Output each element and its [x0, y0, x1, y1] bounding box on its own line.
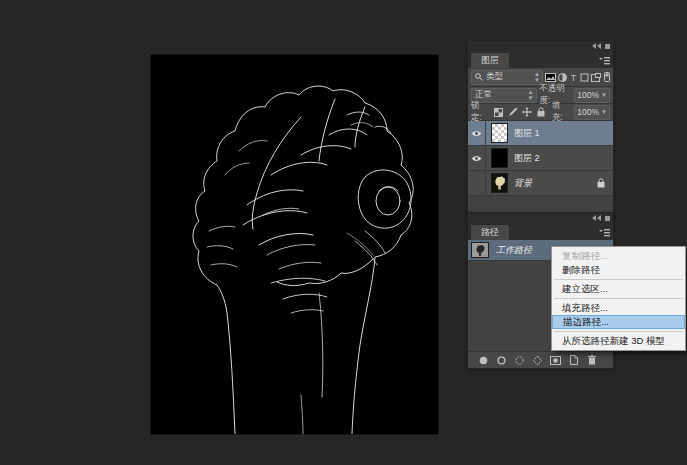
document-canvas[interactable] [151, 55, 438, 434]
filter-shape-layers-icon[interactable] [580, 71, 589, 84]
fill-label: 填充: [552, 100, 571, 124]
add-mask-icon[interactable] [550, 355, 561, 366]
opacity-value-box[interactable]: 100% ▼ [574, 88, 610, 103]
collapse-panels-icon[interactable] [592, 43, 601, 49]
lock-position-icon[interactable] [521, 106, 532, 118]
layer-row-1[interactable]: 图层 1 [468, 121, 613, 146]
lock-all-icon[interactable] [535, 106, 546, 118]
tab-layers[interactable]: 图层 [470, 52, 510, 68]
visibility-toggle[interactable] [468, 146, 486, 170]
close-panel-icon[interactable] [605, 216, 610, 221]
menu-separator [554, 279, 683, 280]
lock-row: 锁定: 填充: 100% ▼ [468, 104, 613, 121]
layers-panel: 图层 类型 ▲▼ T 正 [467, 40, 614, 219]
filter-adjustment-layers-icon[interactable] [558, 71, 567, 84]
filter-pixel-layers-icon[interactable] [545, 71, 556, 84]
search-icon [475, 73, 483, 81]
close-panel-icon[interactable] [605, 44, 610, 49]
layer-thumbnail[interactable] [491, 123, 508, 143]
opacity-value: 100% [577, 90, 599, 100]
svg-text:T: T [571, 73, 577, 82]
paths-panel-topbar [468, 213, 613, 223]
new-path-icon[interactable] [568, 355, 579, 366]
menu-item-new-3d-model[interactable]: 从所选路径新建 3D 模型 [552, 334, 685, 348]
lock-transparent-pixels-icon[interactable] [493, 106, 504, 118]
fill-value: 100% [577, 107, 599, 117]
delete-path-icon[interactable] [586, 355, 597, 366]
menu-item-fill-path[interactable]: 填充路径... [552, 301, 685, 315]
layers-panel-topbar [468, 41, 613, 51]
layer-name[interactable]: 背景 [514, 177, 597, 190]
panel-menu-icon[interactable] [599, 57, 610, 65]
layer-name[interactable]: 图层 2 [514, 152, 613, 165]
collapse-panels-icon[interactable] [592, 215, 601, 221]
fill-value-box[interactable]: 100% ▼ [574, 105, 610, 120]
layer-thumbnail[interactable] [491, 173, 508, 193]
filter-type-layers-icon[interactable]: T [569, 71, 578, 84]
filter-smart-objects-icon[interactable] [591, 71, 601, 84]
layer-row-2[interactable]: 图层 2 [468, 146, 613, 171]
filter-switch-icon[interactable] [603, 71, 610, 84]
paths-tab-row: 路径 [468, 223, 613, 240]
layer-lock-icon [597, 178, 605, 188]
layers-tab-row: 图层 [468, 51, 613, 68]
tab-paths[interactable]: 路径 [470, 224, 510, 240]
menu-item-make-selection[interactable]: 建立选区... [552, 282, 685, 296]
menu-item-delete-path[interactable]: 删除路径 [552, 263, 685, 277]
work-path-label[interactable]: 工作路径 [496, 244, 532, 257]
layer-name[interactable]: 图层 1 [514, 127, 613, 140]
layer-thumbnail[interactable] [491, 148, 508, 168]
dropdown-arrows-icon: ▲▼ [528, 89, 533, 101]
menu-separator [554, 298, 683, 299]
menu-item-stroke-path[interactable]: 描边路径... [552, 315, 685, 329]
path-thumbnail[interactable] [471, 242, 489, 258]
eye-icon [471, 130, 482, 137]
menu-item-duplicate-path: 复制路径... [552, 249, 685, 263]
fist-line-art [151, 55, 438, 434]
lock-image-pixels-icon[interactable] [507, 106, 518, 118]
load-path-as-selection-icon[interactable] [514, 355, 525, 366]
visibility-toggle[interactable] [468, 171, 486, 195]
filter-type-label: 类型 [486, 71, 531, 83]
dropdown-arrows-icon: ▲▼ [534, 71, 539, 83]
stroke-path-icon[interactable] [496, 355, 507, 366]
visibility-toggle[interactable] [468, 121, 486, 145]
layer-list: 图层 1 图层 2 背景 [468, 121, 613, 218]
paths-toolbar [468, 351, 613, 368]
eye-icon [471, 155, 482, 162]
menu-separator [554, 331, 683, 332]
chevron-down-icon: ▼ [601, 109, 607, 115]
layer-row-background[interactable]: 背景 [468, 171, 613, 196]
panel-menu-icon[interactable] [599, 229, 610, 237]
make-work-path-from-selection-icon[interactable] [532, 355, 543, 366]
filter-type-dropdown[interactable]: 类型 ▲▼ [471, 70, 543, 85]
chevron-down-icon: ▼ [601, 92, 607, 98]
path-context-menu: 复制路径... 删除路径 建立选区... 填充路径... 描边路径... 从所选… [551, 246, 686, 351]
fill-path-icon[interactable] [478, 355, 489, 366]
